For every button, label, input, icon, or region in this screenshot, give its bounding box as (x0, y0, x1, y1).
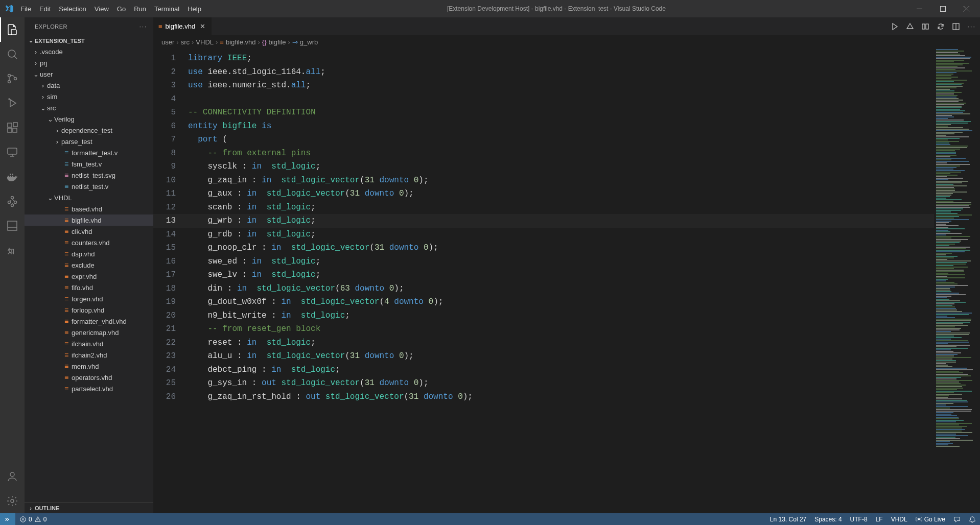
vhd-file-icon: ≡ (158, 22, 162, 30)
svg-rect-0 (917, 9, 922, 9)
notifications-icon[interactable] (965, 516, 980, 523)
menu-view[interactable]: View (90, 2, 113, 16)
activity-account[interactable] (0, 464, 25, 489)
file-genericmap-vhd[interactable]: ≡genericmap.vhd (25, 327, 153, 338)
activity-settings[interactable] (0, 489, 25, 513)
folder-parse_test[interactable]: ›parse_test (25, 136, 153, 147)
folder-user[interactable]: ⌄user (25, 68, 153, 80)
file-netlist_test-v[interactable]: ≡netlist_test.v (25, 181, 153, 192)
activity-search[interactable] (0, 42, 25, 66)
outline-section[interactable]: › OUTLINE (25, 502, 153, 513)
explorer-title: EXPLORER (35, 23, 67, 30)
menu-run[interactable]: Run (130, 2, 150, 16)
svg-rect-21 (8, 221, 17, 230)
file-counters-vhd[interactable]: ≡counters.vhd (25, 237, 153, 248)
file-tree: ›.vscode›prj⌄user›data›sim⌄src⌄Verilog›d… (25, 46, 153, 394)
feedback-icon[interactable] (949, 516, 965, 523)
folder-VHDL[interactable]: ⌄VHDL (25, 192, 153, 203)
minimap[interactable] (934, 49, 980, 513)
menu-file[interactable]: File (16, 2, 35, 16)
indentation-status[interactable]: Spaces: 4 (810, 516, 846, 523)
file-expr-vhd[interactable]: ≡expr.vhd (25, 271, 153, 282)
file-exclude[interactable]: ≡exclude (25, 259, 153, 271)
cursor-position[interactable]: Ln 13, Col 27 (766, 516, 810, 523)
svg-point-24 (11, 499, 14, 503)
title-bar: File Edit Selection View Go Run Terminal… (0, 0, 980, 17)
activity-remote[interactable] (0, 140, 25, 164)
status-bar: 0 0 Ln 13, Col 27 Spaces: 4 UTF-8 LF VHD… (0, 513, 980, 525)
tab-bigfile[interactable]: ≡ bigfile.vhd ✕ (153, 17, 212, 35)
activity-source-control[interactable] (0, 66, 25, 91)
menu-edit[interactable]: Edit (35, 2, 55, 16)
activity-explorer[interactable] (0, 17, 25, 42)
menu-help[interactable]: Help (183, 2, 205, 16)
compare-icon[interactable] (921, 22, 929, 31)
svg-rect-10 (13, 123, 17, 127)
file-forloop-vhd[interactable]: ≡forloop.vhd (25, 304, 153, 316)
folder-dependence_test[interactable]: ›dependence_test (25, 125, 153, 136)
file-ifchain-vhd[interactable]: ≡ifchain.vhd (25, 338, 153, 349)
problems-status[interactable]: 0 0 (15, 516, 51, 523)
split-editor-icon[interactable] (952, 22, 960, 31)
svg-point-29 (918, 518, 920, 520)
root-folder[interactable]: ⌄ EXTENSION_TEST (25, 35, 153, 46)
activity-tree[interactable] (0, 189, 25, 213)
svg-rect-7 (8, 123, 12, 127)
folder-src[interactable]: ⌄src (25, 102, 153, 113)
activity-extensions[interactable] (0, 115, 25, 140)
breadcrumb[interactable]: user› src› VHDL› ≡bigfile.vhd› {}bigfile… (153, 35, 980, 49)
file-clk-vhd[interactable]: ≡clk.vhd (25, 226, 153, 237)
activity-docker[interactable] (0, 164, 25, 189)
svg-point-6 (9, 99, 10, 100)
folder-Verilog[interactable]: ⌄Verilog (25, 113, 153, 125)
language-status[interactable]: VHDL (887, 516, 912, 523)
more-actions-icon[interactable]: ··· (967, 22, 976, 30)
file-ifchain2-vhd[interactable]: ≡ifchain2.vhd (25, 349, 153, 361)
tabs-bar: ≡ bigfile.vhd ✕ ··· (153, 17, 980, 35)
folder-data[interactable]: ›data (25, 80, 153, 91)
file-bigfile-vhd[interactable]: ≡bigfile.vhd (25, 214, 153, 226)
activity-zhihu[interactable]: 知 (0, 238, 25, 262)
golive-status[interactable]: Go Live (912, 516, 949, 523)
file-fsm_test-v[interactable]: ≡fsm_test.v (25, 158, 153, 170)
svg-point-17 (11, 197, 14, 199)
svg-rect-8 (8, 128, 12, 132)
close-button[interactable] (954, 0, 978, 17)
file-fifo-vhd[interactable]: ≡fifo.vhd (25, 282, 153, 293)
svg-rect-16 (12, 174, 13, 175)
svg-rect-1 (940, 6, 945, 11)
refresh-icon[interactable] (937, 22, 945, 31)
file-forgen-vhd[interactable]: ≡forgen.vhd (25, 293, 153, 304)
close-tab-icon[interactable]: ✕ (198, 22, 206, 30)
menu-terminal[interactable]: Terminal (150, 2, 183, 16)
menu-go[interactable]: Go (113, 2, 130, 16)
explorer-more-icon[interactable]: ··· (139, 23, 147, 30)
maximize-button[interactable] (931, 0, 954, 17)
menu-selection[interactable]: Selection (55, 2, 90, 16)
activity-bar: 知 (0, 17, 25, 513)
svg-rect-11 (8, 148, 17, 154)
file-formatter_test-v[interactable]: ≡formatter_test.v (25, 147, 153, 158)
file-based-vhd[interactable]: ≡based.vhd (25, 203, 153, 214)
file-dsp-vhd[interactable]: ≡dsp.vhd (25, 248, 153, 259)
encoding-status[interactable]: UTF-8 (846, 516, 872, 523)
file-formatter_vhdl-vhd[interactable]: ≡formatter_vhdl.vhd (25, 316, 153, 327)
folder-prj[interactable]: ›prj (25, 57, 153, 68)
folder-sim[interactable]: ›sim (25, 91, 153, 102)
code-editor[interactable]: 1library IEEE;2use ieee.std_logic_1164.a… (153, 49, 934, 513)
activity-panel[interactable] (0, 213, 25, 238)
activity-run-debug[interactable] (0, 91, 25, 115)
svg-point-3 (8, 75, 11, 77)
svg-rect-9 (13, 128, 17, 132)
eol-status[interactable]: LF (872, 516, 887, 523)
vscode-icon (2, 4, 16, 13)
folder--vscode[interactable]: ›.vscode (25, 46, 153, 57)
run-icon[interactable] (891, 22, 899, 31)
file-partselect-vhd[interactable]: ≡partselect.vhd (25, 383, 153, 394)
minimize-button[interactable] (907, 0, 931, 17)
remote-button[interactable] (0, 513, 15, 525)
file-mem-vhd[interactable]: ≡mem.vhd (25, 361, 153, 372)
file-operators-vhd[interactable]: ≡operators.vhd (25, 372, 153, 383)
debug-run-icon[interactable] (906, 22, 914, 31)
file-netlist_test-svg[interactable]: ≡netlist_test.svg (25, 170, 153, 181)
